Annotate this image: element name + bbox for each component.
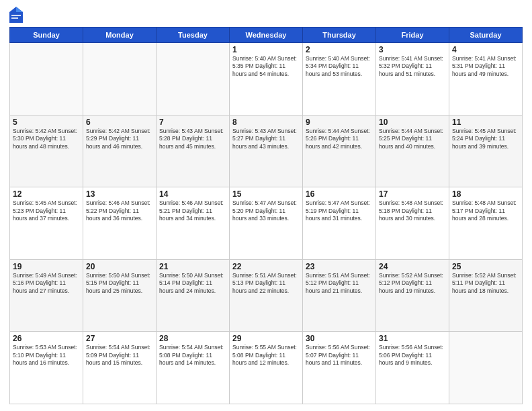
day-number: 24: [379, 262, 446, 271]
day-info: Sunrise: 5:43 AM Sunset: 5:27 PM Dayligh…: [232, 128, 300, 150]
calendar-cell: 8Sunrise: 5:43 AM Sunset: 5:27 PM Daylig…: [230, 115, 303, 187]
day-number: 4: [452, 45, 519, 54]
day-number: 19: [13, 262, 80, 271]
calendar-cell: 13Sunrise: 5:46 AM Sunset: 5:22 PM Dayli…: [83, 187, 157, 260]
calendar-cell: 29Sunrise: 5:55 AM Sunset: 5:08 PM Dayli…: [230, 332, 303, 404]
day-info: Sunrise: 5:47 AM Sunset: 5:20 PM Dayligh…: [232, 199, 300, 222]
day-number: 10: [379, 118, 446, 127]
day-number: 23: [306, 262, 373, 271]
calendar-cell: 17Sunrise: 5:48 AM Sunset: 5:18 PM Dayli…: [376, 187, 449, 260]
logo: [9, 7, 26, 23]
day-number: 15: [232, 189, 300, 199]
day-number: 9: [306, 118, 373, 127]
calendar-cell: 25Sunrise: 5:52 AM Sunset: 5:11 PM Dayli…: [449, 259, 523, 332]
header: [9, 7, 523, 23]
day-info: Sunrise: 5:48 AM Sunset: 5:17 PM Dayligh…: [452, 199, 519, 222]
calendar-cell: 14Sunrise: 5:46 AM Sunset: 5:21 PM Dayli…: [157, 187, 230, 260]
svg-rect-2: [11, 15, 21, 16]
day-number: 27: [86, 334, 153, 343]
day-info: Sunrise: 5:48 AM Sunset: 5:18 PM Dayligh…: [379, 199, 446, 222]
day-info: Sunrise: 5:55 AM Sunset: 5:08 PM Dayligh…: [232, 344, 300, 367]
calendar-cell: 1Sunrise: 5:40 AM Sunset: 5:35 PM Daylig…: [230, 43, 303, 116]
weekday-header: Monday: [83, 28, 157, 43]
day-number: 30: [306, 334, 373, 343]
day-info: Sunrise: 5:50 AM Sunset: 5:15 PM Dayligh…: [86, 272, 153, 295]
day-number: 7: [159, 118, 226, 127]
svg-marker-1: [16, 7, 23, 12]
day-number: 29: [232, 334, 300, 343]
day-number: 8: [232, 118, 300, 127]
calendar-cell: 26Sunrise: 5:53 AM Sunset: 5:10 PM Dayli…: [10, 332, 83, 404]
calendar-table: SundayMondayTuesdayWednesdayThursdayFrid…: [9, 27, 523, 404]
day-number: 26: [13, 334, 80, 343]
calendar-week-row: 5Sunrise: 5:42 AM Sunset: 5:30 PM Daylig…: [10, 115, 523, 187]
calendar-cell: 18Sunrise: 5:48 AM Sunset: 5:17 PM Dayli…: [449, 187, 523, 260]
day-info: Sunrise: 5:54 AM Sunset: 5:09 PM Dayligh…: [86, 344, 153, 367]
day-info: Sunrise: 5:49 AM Sunset: 5:16 PM Dayligh…: [13, 272, 80, 295]
calendar-cell: 4Sunrise: 5:41 AM Sunset: 5:31 PM Daylig…: [449, 43, 523, 116]
calendar-cell: 23Sunrise: 5:51 AM Sunset: 5:12 PM Dayli…: [303, 259, 376, 332]
day-info: Sunrise: 5:53 AM Sunset: 5:10 PM Dayligh…: [13, 344, 80, 367]
calendar-cell: 30Sunrise: 5:56 AM Sunset: 5:07 PM Dayli…: [303, 332, 376, 404]
calendar-cell: 20Sunrise: 5:50 AM Sunset: 5:15 PM Dayli…: [83, 259, 157, 332]
calendar-cell: 31Sunrise: 5:56 AM Sunset: 5:06 PM Dayli…: [376, 332, 449, 404]
day-info: Sunrise: 5:45 AM Sunset: 5:24 PM Dayligh…: [452, 128, 519, 150]
calendar-cell: 5Sunrise: 5:42 AM Sunset: 5:30 PM Daylig…: [10, 115, 83, 187]
calendar-cell: 21Sunrise: 5:50 AM Sunset: 5:14 PM Dayli…: [157, 259, 230, 332]
weekday-header: Thursday: [303, 28, 376, 43]
day-number: 1: [232, 45, 300, 54]
day-info: Sunrise: 5:42 AM Sunset: 5:29 PM Dayligh…: [86, 128, 153, 150]
day-number: 21: [159, 262, 226, 271]
calendar-cell: 15Sunrise: 5:47 AM Sunset: 5:20 PM Dayli…: [230, 187, 303, 260]
day-number: 2: [306, 45, 373, 54]
day-number: 5: [13, 118, 80, 127]
calendar-cell: 16Sunrise: 5:47 AM Sunset: 5:19 PM Dayli…: [303, 187, 376, 260]
weekday-row: SundayMondayTuesdayWednesdayThursdayFrid…: [10, 28, 523, 43]
day-number: 12: [13, 189, 80, 199]
calendar-body: 1Sunrise: 5:40 AM Sunset: 5:35 PM Daylig…: [10, 43, 523, 404]
calendar-cell: 7Sunrise: 5:43 AM Sunset: 5:28 PM Daylig…: [157, 115, 230, 187]
weekday-header: Wednesday: [230, 28, 303, 43]
day-info: Sunrise: 5:44 AM Sunset: 5:25 PM Dayligh…: [379, 128, 446, 150]
day-info: Sunrise: 5:45 AM Sunset: 5:23 PM Dayligh…: [13, 199, 80, 222]
day-info: Sunrise: 5:46 AM Sunset: 5:22 PM Dayligh…: [86, 199, 153, 222]
calendar-cell: 3Sunrise: 5:41 AM Sunset: 5:32 PM Daylig…: [376, 43, 449, 116]
day-info: Sunrise: 5:46 AM Sunset: 5:21 PM Dayligh…: [159, 199, 226, 222]
day-number: 20: [86, 262, 153, 271]
day-info: Sunrise: 5:41 AM Sunset: 5:31 PM Dayligh…: [452, 55, 519, 78]
weekday-header: Tuesday: [157, 28, 230, 43]
day-info: Sunrise: 5:52 AM Sunset: 5:12 PM Dayligh…: [379, 272, 446, 295]
day-number: 14: [159, 189, 226, 199]
calendar-cell: 19Sunrise: 5:49 AM Sunset: 5:16 PM Dayli…: [10, 259, 83, 332]
day-info: Sunrise: 5:56 AM Sunset: 5:07 PM Dayligh…: [306, 344, 373, 367]
calendar-week-row: 19Sunrise: 5:49 AM Sunset: 5:16 PM Dayli…: [10, 259, 523, 332]
calendar-week-row: 1Sunrise: 5:40 AM Sunset: 5:35 PM Daylig…: [10, 43, 523, 116]
calendar-cell: 9Sunrise: 5:44 AM Sunset: 5:26 PM Daylig…: [303, 115, 376, 187]
calendar-week-row: 26Sunrise: 5:53 AM Sunset: 5:10 PM Dayli…: [10, 332, 523, 404]
day-number: 25: [452, 262, 519, 271]
calendar-cell: 10Sunrise: 5:44 AM Sunset: 5:25 PM Dayli…: [376, 115, 449, 187]
calendar-header: SundayMondayTuesdayWednesdayThursdayFrid…: [10, 28, 523, 43]
day-info: Sunrise: 5:40 AM Sunset: 5:35 PM Dayligh…: [232, 55, 300, 78]
day-number: 31: [379, 334, 446, 343]
day-number: 6: [86, 118, 153, 127]
day-number: 22: [232, 262, 300, 271]
calendar-cell: [157, 43, 230, 116]
weekday-header: Sunday: [10, 28, 83, 43]
day-info: Sunrise: 5:54 AM Sunset: 5:08 PM Dayligh…: [159, 344, 226, 367]
calendar-cell: 12Sunrise: 5:45 AM Sunset: 5:23 PM Dayli…: [10, 187, 83, 260]
day-info: Sunrise: 5:51 AM Sunset: 5:12 PM Dayligh…: [306, 272, 373, 295]
calendar-cell: 28Sunrise: 5:54 AM Sunset: 5:08 PM Dayli…: [157, 332, 230, 404]
day-number: 18: [452, 189, 519, 199]
day-info: Sunrise: 5:44 AM Sunset: 5:26 PM Dayligh…: [306, 128, 373, 150]
weekday-header: Friday: [376, 28, 449, 43]
day-info: Sunrise: 5:51 AM Sunset: 5:13 PM Dayligh…: [232, 272, 300, 295]
day-info: Sunrise: 5:43 AM Sunset: 5:28 PM Dayligh…: [159, 128, 226, 150]
calendar-cell: [10, 43, 83, 116]
calendar-cell: [83, 43, 157, 116]
weekday-header: Saturday: [449, 28, 523, 43]
svg-rect-3: [11, 17, 18, 19]
day-number: 13: [86, 189, 153, 199]
calendar-cell: 11Sunrise: 5:45 AM Sunset: 5:24 PM Dayli…: [449, 115, 523, 187]
day-info: Sunrise: 5:42 AM Sunset: 5:30 PM Dayligh…: [13, 128, 80, 150]
